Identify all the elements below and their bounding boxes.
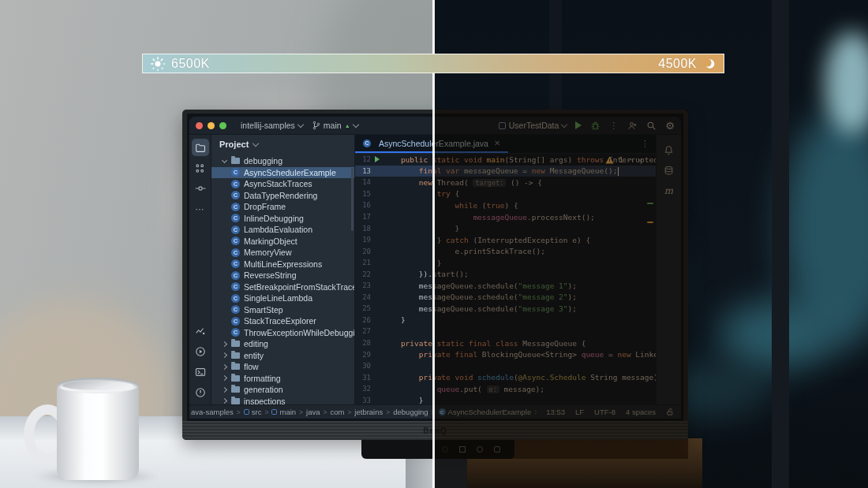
breadcrumb-label: java (306, 408, 320, 416)
notifications-bell-button[interactable] (660, 141, 678, 158)
structure-tool-button[interactable] (192, 159, 209, 177)
project-tool-button[interactable] (192, 139, 209, 156)
breadcrumb-src[interactable]: src (244, 408, 262, 416)
run-configuration-selector[interactable]: UserTestData (499, 121, 567, 130)
monitor-input-button[interactable] (494, 446, 500, 453)
expand-icon[interactable] (222, 341, 227, 347)
breadcrumb-com[interactable]: com (330, 408, 344, 416)
search-icon[interactable] (646, 121, 657, 131)
breadcrumb-main[interactable]: main (271, 408, 296, 416)
code-line-25[interactable]: 25messageQueue.schedule("message 3"); (355, 303, 656, 315)
code-line-23[interactable]: 23messageQueue.schedule("message 1"); (355, 280, 656, 292)
code-line-29[interactable]: 29private final BlockingQueue<String> qu… (355, 348, 656, 360)
tree-item-MarkingObject[interactable]: CMarkingObject (211, 236, 354, 248)
code-line-14[interactable]: 14new Thread( target: () -> { (355, 177, 656, 188)
vcs-branch-widget[interactable]: main ▲ (312, 121, 358, 130)
code-line-12[interactable]: 12public static void main(String[] args)… (355, 154, 656, 166)
code-token: public static void (401, 155, 487, 164)
more-tool-windows-button[interactable]: ⋯ (192, 200, 209, 218)
terminal-tool-button[interactable] (192, 363, 209, 381)
code-line-31[interactable]: 31private void schedule(@Async.Schedule … (355, 371, 656, 383)
more-actions-menu[interactable]: ⋮ (609, 121, 619, 131)
tree-item-label: MultiLineExpressions (244, 259, 322, 269)
breadcrumb-java[interactable]: java (306, 408, 320, 416)
code-line-30[interactable]: 30 (355, 360, 656, 372)
commit-tool-button[interactable] (192, 180, 209, 197)
expand-icon[interactable] (222, 398, 227, 404)
collapse-icon[interactable] (222, 158, 227, 163)
tree-item-SetBreakpointFromStackTrace[interactable]: CSetBreakpointFromStackTrace (211, 281, 354, 293)
code-with-me-icon[interactable] (627, 121, 638, 131)
code-line-13[interactable]: 13final var messageQueue = new MessageQu… (355, 166, 656, 177)
expand-icon[interactable] (222, 364, 227, 370)
caret-position-widget[interactable]: 13:53 (546, 408, 565, 416)
code-line-27[interactable]: 27 (355, 326, 656, 337)
tree-item-debugging[interactable]: debugging (211, 155, 354, 167)
code-line-18[interactable]: 18} (355, 222, 656, 234)
tree-item-flow[interactable]: flow (211, 361, 354, 373)
tree-item-SmartStep[interactable]: CSmartStep (211, 304, 354, 316)
run-gutter-icon[interactable] (371, 156, 383, 162)
tree-item-LambdaEvaluation[interactable]: CLambdaEvaluation (211, 224, 354, 236)
code-line-21[interactable]: 21} (355, 257, 656, 269)
debug-button[interactable] (590, 121, 600, 131)
code-line-16[interactable]: 16while (true) { (355, 199, 656, 211)
code-line-28[interactable]: 28private static final class MessageQueu… (355, 337, 656, 349)
indent-widget[interactable]: 4 spaces (626, 408, 656, 416)
expand-icon[interactable] (222, 387, 227, 393)
tree-item-DropFrame[interactable]: CDropFrame (211, 201, 354, 213)
close-tab-icon[interactable]: ✕ (494, 139, 500, 147)
breadcrumb-debugging[interactable]: debugging (393, 408, 428, 416)
tree-item-editing[interactable]: editing (211, 338, 354, 350)
code-line-26[interactable]: 26} (355, 315, 656, 326)
services-tool-button[interactable] (192, 343, 209, 360)
tree-item-AsyncStackTraces[interactable]: CAsyncStackTraces (211, 178, 354, 190)
close-window-button[interactable] (196, 122, 203, 129)
code-editor[interactable]: 1 12public static void main(String[] arg… (355, 154, 656, 404)
tree-item-MultiLineExpressions[interactable]: CMultiLineExpressions (211, 259, 354, 270)
tree-item-formatting[interactable]: formatting (211, 373, 354, 385)
run-button[interactable] (575, 121, 582, 129)
monitor-menu-button[interactable] (459, 446, 466, 453)
code-line-33[interactable]: 33} (355, 394, 656, 404)
monitor-nav-button[interactable] (442, 446, 448, 453)
code-line-15[interactable]: 15try { (355, 188, 656, 200)
project-panel-header[interactable]: Project (211, 135, 354, 154)
breadcrumb-ava-samples[interactable]: ava-samples (191, 408, 234, 416)
tree-item-inspections[interactable]: inspections (211, 396, 354, 405)
code-line-32[interactable]: 32queue.put( e: message); (355, 383, 656, 395)
code-line-19[interactable]: 19} catch (InterruptedException e) { (355, 234, 656, 246)
tree-item-DataTypeRendering[interactable]: CDataTypeRendering (211, 190, 354, 202)
tree-item-InlineDebugging[interactable]: CInlineDebugging (211, 213, 354, 225)
breadcrumb-AsyncSchedulerExample[interactable]: CAsyncSchedulerExample (439, 408, 532, 416)
code-line-24[interactable]: 24messageQueue.schedule("message 2"); (355, 292, 656, 304)
encoding-widget[interactable]: UTF-8 (594, 408, 615, 416)
maven-tool-button[interactable]: m (660, 182, 678, 199)
minimize-window-button[interactable] (208, 122, 215, 129)
tree-item-entity[interactable]: entity (211, 350, 354, 362)
code-line-20[interactable]: 20e.printStackTrace(); (355, 245, 656, 257)
code-line-22[interactable]: 22}).start(); (355, 268, 656, 280)
expand-icon[interactable] (222, 352, 227, 358)
expand-icon[interactable] (222, 375, 227, 381)
project-selector[interactable]: intellij-samples (241, 121, 303, 130)
tab-options-menu[interactable]: ⋮ (641, 139, 649, 149)
monitor-power-button[interactable] (477, 446, 483, 453)
tree-item-StackTraceExplorer[interactable]: CStackTraceExplorer (211, 315, 354, 327)
zoom-window-button[interactable] (219, 122, 226, 129)
tree-item-MemoryView[interactable]: CMemoryView (211, 247, 354, 259)
unlock-icon[interactable] (666, 408, 675, 416)
tree-scrollbar[interactable] (351, 168, 354, 231)
tree-item-ThrowExceptionWhileDebugging[interactable]: CThrowExceptionWhileDebugging (211, 327, 354, 339)
settings-gear-icon[interactable]: ⚙ (665, 121, 675, 131)
line-separator-widget[interactable]: LF (575, 408, 584, 416)
breadcrumb-jetbrains[interactable]: jetbrains (354, 408, 383, 416)
problems-tool-button[interactable] (192, 384, 209, 401)
tree-item-ReverseString[interactable]: CReverseString (211, 270, 354, 281)
tree-item-SingleLineLambda[interactable]: CSingleLineLambda (211, 292, 354, 304)
tree-item-AsyncSchedulerExample[interactable]: CAsyncSchedulerExample (211, 167, 354, 179)
code-line-17[interactable]: 17messageQueue.processNext(); (355, 211, 656, 223)
tree-item-generation[interactable]: generation (211, 384, 354, 396)
database-tool-button[interactable] (660, 162, 678, 179)
endpoints-tool-button[interactable] (192, 322, 209, 340)
